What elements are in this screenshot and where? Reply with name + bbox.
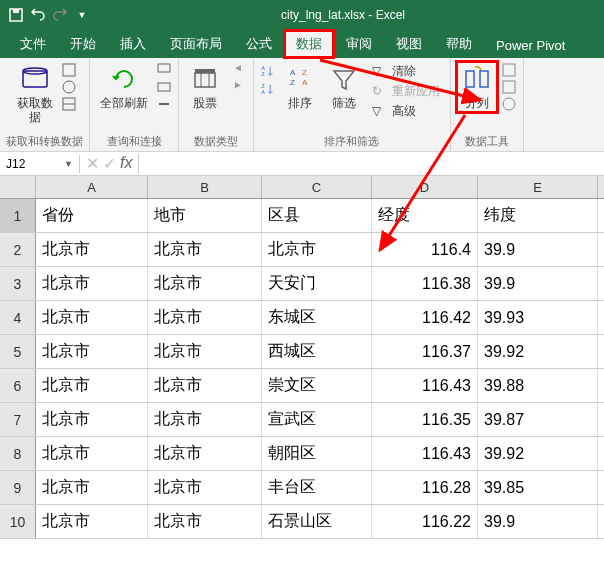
tab-home[interactable]: 开始: [58, 30, 108, 58]
sort-asc-icon[interactable]: AZ: [260, 62, 276, 78]
redo-icon[interactable]: [52, 7, 68, 23]
cell[interactable]: 北京市: [36, 403, 148, 436]
cell[interactable]: 116.43: [372, 437, 478, 470]
cell[interactable]: 宣武区: [262, 403, 372, 436]
cell[interactable]: 39.87: [478, 403, 598, 436]
row-header[interactable]: 10: [0, 505, 36, 538]
tab-view[interactable]: 视图: [384, 30, 434, 58]
enter-formula-icon[interactable]: ✓: [103, 154, 116, 173]
cell[interactable]: 116.22: [372, 505, 478, 538]
cell[interactable]: 区县: [262, 199, 372, 232]
cell[interactable]: 北京市: [148, 369, 262, 402]
name-box[interactable]: J12 ▼: [0, 155, 80, 173]
undo-icon[interactable]: [30, 7, 46, 23]
tab-help[interactable]: 帮助: [434, 30, 484, 58]
cell[interactable]: 116.38: [372, 267, 478, 300]
row-header[interactable]: 8: [0, 437, 36, 470]
qat-dropdown-icon[interactable]: ▼: [74, 7, 90, 23]
cell[interactable]: 39.9: [478, 505, 598, 538]
tab-pagelayout[interactable]: 页面布局: [158, 30, 234, 58]
cell[interactable]: 116.37: [372, 335, 478, 368]
namebox-dropdown-icon[interactable]: ▼: [64, 159, 73, 169]
cell[interactable]: 北京市: [36, 335, 148, 368]
cell[interactable]: 116.35: [372, 403, 478, 436]
row-header[interactable]: 4: [0, 301, 36, 334]
row-header[interactable]: 7: [0, 403, 36, 436]
connections-icon[interactable]: [156, 62, 172, 78]
row-header[interactable]: 5: [0, 335, 36, 368]
cell[interactable]: 北京市: [36, 471, 148, 504]
cell[interactable]: 116.28: [372, 471, 478, 504]
refresh-all-button[interactable]: 全部刷新: [96, 62, 152, 112]
select-all-corner[interactable]: [0, 176, 36, 198]
fx-icon[interactable]: fx: [120, 154, 132, 173]
tab-review[interactable]: 审阅: [334, 30, 384, 58]
tab-powerpivot[interactable]: Power Pivot: [484, 33, 577, 58]
row-header[interactable]: 3: [0, 267, 36, 300]
cell[interactable]: 纬度: [478, 199, 598, 232]
col-header-A[interactable]: A: [36, 176, 148, 198]
properties-icon[interactable]: [156, 79, 172, 95]
tab-file[interactable]: 文件: [8, 30, 58, 58]
tab-formulas[interactable]: 公式: [234, 30, 284, 58]
filter-button[interactable]: 筛选: [324, 62, 364, 112]
remove-duplicates-icon[interactable]: [501, 79, 517, 95]
editlinks-icon[interactable]: [156, 96, 172, 112]
stocks-button[interactable]: 股票: [185, 62, 225, 112]
cell[interactable]: 39.92: [478, 437, 598, 470]
col-header-D[interactable]: D: [372, 176, 478, 198]
data-validation-icon[interactable]: [501, 96, 517, 112]
from-text-icon[interactable]: [61, 62, 77, 78]
formula-input[interactable]: [139, 162, 604, 166]
cell[interactable]: 北京市: [36, 233, 148, 266]
row-header[interactable]: 6: [0, 369, 36, 402]
cell[interactable]: 北京市: [148, 301, 262, 334]
cell[interactable]: 北京市: [36, 437, 148, 470]
col-header-B[interactable]: B: [148, 176, 262, 198]
cell[interactable]: 北京市: [36, 369, 148, 402]
reapply-button[interactable]: ↻重新应用: [368, 82, 444, 101]
cell[interactable]: 116.43: [372, 369, 478, 402]
col-header-E[interactable]: E: [478, 176, 598, 198]
cell[interactable]: 北京市: [36, 267, 148, 300]
flash-fill-icon[interactable]: [501, 62, 517, 78]
save-icon[interactable]: [8, 7, 24, 23]
cell[interactable]: 北京市: [148, 505, 262, 538]
col-header-C[interactable]: C: [262, 176, 372, 198]
row-header[interactable]: 9: [0, 471, 36, 504]
cancel-formula-icon[interactable]: ✕: [86, 154, 99, 173]
cell[interactable]: 丰台区: [262, 471, 372, 504]
sort-desc-icon[interactable]: ZA: [260, 80, 276, 96]
cell[interactable]: 省份: [36, 199, 148, 232]
cell[interactable]: 北京市: [148, 403, 262, 436]
cell[interactable]: 116.42: [372, 301, 478, 334]
cell[interactable]: 116.4: [372, 233, 478, 266]
cell[interactable]: 地市: [148, 199, 262, 232]
from-web-icon[interactable]: [61, 79, 77, 95]
cell[interactable]: 天安门: [262, 267, 372, 300]
cell[interactable]: 39.9: [478, 233, 598, 266]
cell[interactable]: 石景山区: [262, 505, 372, 538]
row-header[interactable]: 2: [0, 233, 36, 266]
cell[interactable]: 北京市: [148, 233, 262, 266]
text-to-columns-button[interactable]: 分列: [457, 62, 497, 112]
cell[interactable]: 北京市: [148, 335, 262, 368]
advanced-filter-button[interactable]: ▽高级: [368, 102, 444, 121]
cell[interactable]: 39.85: [478, 471, 598, 504]
prev-icon[interactable]: ◄: [233, 62, 243, 73]
cell[interactable]: 北京市: [36, 505, 148, 538]
cell[interactable]: 北京市: [148, 267, 262, 300]
cell[interactable]: 39.93: [478, 301, 598, 334]
cell[interactable]: 39.9: [478, 267, 598, 300]
row-header[interactable]: 1: [0, 199, 36, 232]
tab-data[interactable]: 数据: [284, 30, 334, 58]
from-table-icon[interactable]: [61, 96, 77, 112]
cell[interactable]: 39.92: [478, 335, 598, 368]
next-icon[interactable]: ►: [233, 79, 243, 90]
sort-button[interactable]: AZZA 排序: [280, 62, 320, 112]
cell[interactable]: 西城区: [262, 335, 372, 368]
cell[interactable]: 北京市: [36, 301, 148, 334]
cell[interactable]: 经度: [372, 199, 478, 232]
get-data-button[interactable]: 获取数 据: [13, 62, 57, 127]
cell[interactable]: 北京市: [262, 233, 372, 266]
